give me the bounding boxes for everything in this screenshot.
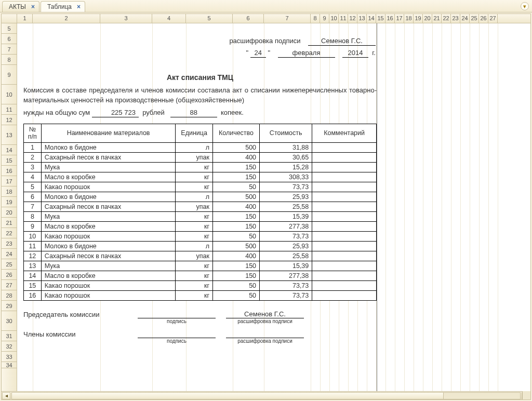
table-row[interactable]: 6Молоко в бидонел50025,93 (24, 192, 377, 202)
row-header[interactable]: 13 (2, 125, 17, 145)
row-header[interactable]: 23 (2, 238, 17, 249)
table-row[interactable]: 11Молоко в бидонел50025,93 (24, 241, 377, 251)
col-header[interactable]: 16 (385, 14, 395, 23)
horizontal-scrollbar[interactable]: ◂ ▸ (2, 391, 530, 399)
col-header[interactable]: 18 (404, 14, 414, 23)
date-year: 2014 (342, 49, 368, 58)
table-row[interactable]: 15Какао порошоккг5073,73 (24, 280, 377, 290)
table-row[interactable]: 10Какао порошоккг5073,73 (24, 231, 377, 241)
tab-tablitsa[interactable]: Таблица × (41, 1, 85, 12)
col-header[interactable]: 25 (470, 14, 479, 23)
table-row[interactable]: 8Мукакг15015,39 (24, 211, 377, 221)
col-header[interactable]: 8 (311, 14, 320, 23)
tab-bar: АКТЫ × Таблица × ▾ (0, 0, 532, 12)
col-header[interactable]: 7 (264, 14, 311, 23)
col-header[interactable]: 2 (33, 14, 100, 23)
col-header[interactable]: 12 (348, 14, 357, 23)
col-header[interactable]: 24 (460, 14, 470, 23)
col-header[interactable]: 22 (442, 14, 451, 23)
table-row[interactable]: 16Какао порошоккг5073,73 (24, 290, 377, 300)
col-header[interactable]: 21 (432, 14, 442, 23)
signatory-name: Семенов Г.С. (308, 37, 376, 46)
col-header[interactable]: 27 (488, 14, 498, 23)
row-header[interactable]: 14 (2, 145, 17, 155)
grid-area[interactable]: расшифровка подписи Семенов Г.С. " 24 " … (17, 23, 530, 391)
table-row[interactable]: 4Масло в коробкекг150308,33 (24, 172, 377, 182)
document-title: Акт списания ТМЦ (20, 73, 380, 82)
row-header[interactable]: 20 (2, 207, 17, 218)
row-header[interactable]: 30 (2, 311, 17, 331)
col-header[interactable]: 11 (339, 14, 348, 23)
col-header[interactable]: 23 (451, 14, 460, 23)
col-cost: Стоимость (260, 124, 312, 142)
chairman-name: Семенов Г.С. (226, 310, 304, 318)
row-headers: 5678910111213141516171819202122232425262… (2, 23, 17, 391)
col-header[interactable]: 20 (423, 14, 432, 23)
signatures-block: Председатель комиссии Семенов Г.С. подпи… (23, 306, 377, 345)
row-header[interactable]: 26 (2, 270, 17, 280)
row-header[interactable]: 32 (2, 341, 17, 352)
materials-table: № п/п Наименование материалов Единица Ко… (23, 124, 377, 301)
sum-rub: 225 723 (92, 109, 139, 117)
row-header[interactable]: 21 (2, 218, 17, 228)
col-header[interactable]: 4 (152, 14, 186, 23)
scroll-thumb[interactable] (12, 393, 444, 399)
decipher-label: расшифровка подписи (229, 37, 300, 45)
row-header[interactable]: 15 (2, 155, 17, 166)
col-header[interactable]: 19 (414, 14, 423, 23)
tab-label: Таблица (47, 3, 72, 10)
row-header[interactable]: 7 (2, 44, 17, 55)
col-header[interactable]: 13 (357, 14, 367, 23)
row-header[interactable]: 12 (2, 115, 17, 125)
select-all-corner[interactable] (2, 14, 17, 23)
row-header[interactable]: 28 (2, 290, 17, 301)
tab-label: АКТЫ (9, 3, 26, 10)
row-header[interactable]: 16 (2, 166, 17, 176)
chevron-down-icon[interactable]: ▾ (521, 2, 529, 10)
row-header[interactable]: 9 (2, 65, 17, 85)
row-header[interactable]: 17 (2, 176, 17, 186)
col-header[interactable]: 9 (320, 14, 329, 23)
row-header[interactable]: 24 (2, 249, 17, 259)
table-row[interactable]: 7Сахарный песок в пачкахупак40025,58 (24, 202, 377, 211)
table-body: 1Молоко в бидонел50031,882Сахарный песок… (24, 142, 377, 300)
row-header[interactable]: 22 (2, 228, 17, 238)
row-header[interactable]: 10 (2, 85, 17, 104)
table-row[interactable]: 2Сахарный песок в пачкахупак40030,65 (24, 152, 377, 162)
signature-decipher-line: расшифровка подписи Семенов Г.С. (20, 37, 380, 46)
row-header[interactable]: 11 (2, 104, 17, 115)
row-header[interactable]: 34 (2, 362, 17, 368)
table-row[interactable]: 12Сахарный песок в пачкахупак40025,58 (24, 251, 377, 261)
col-header[interactable]: 5 (186, 14, 233, 23)
tab-akty[interactable]: АКТЫ × (2, 1, 39, 12)
row-header[interactable]: 6 (2, 34, 17, 44)
table-row[interactable]: 3Мукакг15015,28 (24, 162, 377, 172)
row-header[interactable]: 19 (2, 197, 17, 207)
table-row[interactable]: 9Масло в коробкекг150277,38 (24, 221, 377, 231)
row-header[interactable]: 31 (2, 331, 17, 341)
col-header[interactable]: 26 (479, 14, 488, 23)
col-header[interactable]: 6 (233, 14, 264, 23)
col-header[interactable]: 14 (367, 14, 376, 23)
table-row[interactable]: 13Мукакг15015,39 (24, 261, 377, 271)
scroll-track[interactable] (11, 392, 521, 399)
row-header[interactable]: 18 (2, 186, 17, 197)
col-header[interactable]: 10 (329, 14, 339, 23)
close-icon[interactable]: × (31, 3, 35, 10)
row-header[interactable]: 29 (2, 301, 17, 311)
col-header[interactable]: 17 (395, 14, 404, 23)
row-header[interactable]: 27 (2, 280, 17, 290)
table-row[interactable]: 1Молоко в бидонел50031,88 (24, 142, 377, 152)
col-header[interactable]: 3 (100, 14, 152, 23)
row-header[interactable]: 25 (2, 259, 17, 270)
scroll-left-icon[interactable]: ◂ (2, 392, 10, 399)
table-row[interactable]: 14Масло в коробкекг150277,38 (24, 271, 377, 280)
row-header[interactable]: 5 (2, 23, 17, 34)
close-icon[interactable]: × (77, 3, 81, 10)
col-header[interactable]: 1 (17, 14, 33, 23)
row-header[interactable]: 33 (2, 352, 17, 362)
col-header[interactable]: 15 (376, 14, 385, 23)
row-header[interactable]: 8 (2, 55, 17, 65)
table-row[interactable]: 5Какао порошоккг5073,73 (24, 182, 377, 192)
col-qty: Количество (212, 124, 259, 142)
